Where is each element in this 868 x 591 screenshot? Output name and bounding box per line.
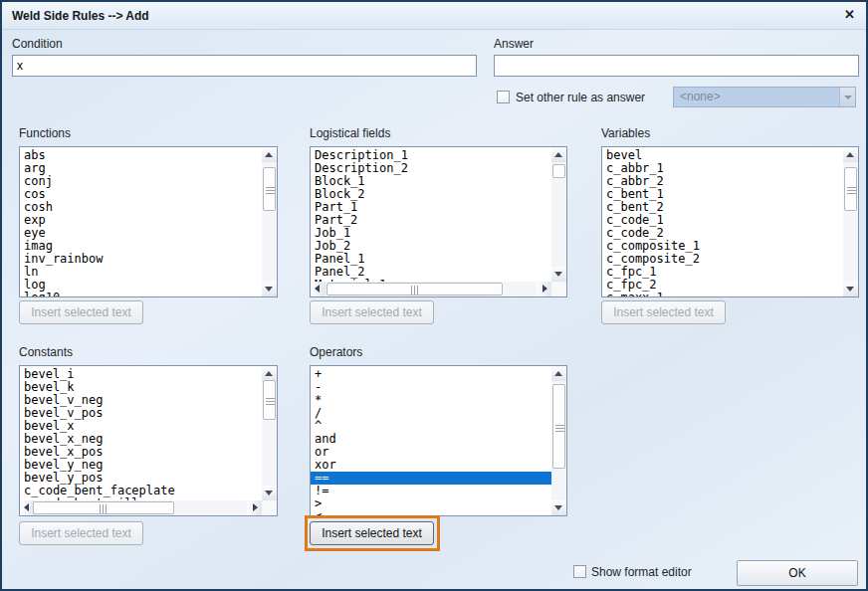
- list-item[interactable]: -: [315, 381, 551, 394]
- scroll-left-icon: [24, 503, 29, 511]
- scroll-down-button[interactable]: [843, 282, 858, 296]
- variables-listbox: bevelc_abbr_1c_abbr_2c_bent_1c_bent_2c_c…: [601, 146, 859, 297]
- thumb-grip-icon: [266, 185, 275, 194]
- answer-input[interactable]: [494, 55, 859, 77]
- dropdown-arrow-button[interactable]: [839, 88, 855, 106]
- constants-list[interactable]: bevel_ibevel_kbevel_v_negbevel_v_posbeve…: [20, 366, 262, 500]
- list-item[interactable]: cos: [24, 188, 262, 201]
- set-other-rule-checkbox[interactable]: [497, 91, 510, 103]
- operators-listbox: +-*/^andorxor==!=><: [310, 365, 567, 516]
- functions-list[interactable]: absargconjcoscoshexpeyeimaginv_rainbowln…: [20, 147, 262, 296]
- scroll-left-icon: [315, 285, 320, 293]
- variables-list[interactable]: bevelc_abbr_1c_abbr_2c_bent_1c_bent_2c_c…: [602, 147, 843, 296]
- variables-insert-button[interactable]: Insert selected text: [601, 300, 726, 324]
- operators-vertical-scrollbar[interactable]: [551, 366, 566, 515]
- thumb-grip-icon: [100, 504, 108, 513]
- logistical-fields-list[interactable]: Description_1Description_2Block_1Block_2…: [311, 147, 551, 282]
- show-format-editor-label: Show format editor: [591, 565, 692, 579]
- list-item[interactable]: *: [315, 394, 551, 407]
- chevron-down-icon: [844, 96, 852, 99]
- scrollbar-thumb[interactable]: [33, 501, 174, 514]
- close-icon[interactable]: ✕: [844, 2, 855, 30]
- list-item[interactable]: c_maxx_1: [606, 292, 843, 296]
- list-item[interactable]: abs: [24, 149, 262, 162]
- scroll-down-icon: [554, 505, 562, 510]
- list-item[interactable]: inv_rainbow: [24, 253, 262, 266]
- logistical-fields-label: Logistical fields: [310, 126, 390, 140]
- functions-listbox: absargconjcoscoshexpeyeimaginv_rainbowln…: [19, 146, 278, 297]
- operators-label: Operators: [310, 345, 362, 359]
- list-item[interactable]: conj: [24, 175, 262, 188]
- scroll-down-button[interactable]: [551, 500, 566, 515]
- operators-list[interactable]: +-*/^andorxor==!=><: [311, 366, 551, 515]
- other-rule-dropdown-value: <none>: [680, 90, 721, 103]
- scrollbar-thumb[interactable]: [263, 380, 276, 420]
- list-item[interactable]: eye: [24, 227, 262, 240]
- ok-button[interactable]: OK: [737, 560, 858, 586]
- scroll-right-icon: [253, 503, 258, 511]
- scroll-up-button[interactable]: [262, 147, 277, 162]
- scroll-down-button[interactable]: [551, 267, 566, 282]
- scroll-up-button[interactable]: [551, 147, 566, 162]
- other-rule-dropdown[interactable]: <none>: [673, 87, 856, 107]
- constants-listbox: bevel_ibevel_kbevel_v_negbevel_v_posbeve…: [19, 365, 278, 516]
- condition-input[interactable]: x: [12, 55, 477, 77]
- scroll-down-icon: [846, 287, 854, 292]
- constants-vertical-scrollbar[interactable]: [262, 366, 277, 500]
- scroll-left-button[interactable]: [311, 282, 326, 296]
- list-item[interactable]: or: [315, 446, 551, 459]
- list-item[interactable]: /: [315, 407, 551, 420]
- scroll-up-icon: [554, 371, 562, 376]
- scrollbar-thumb[interactable]: [552, 164, 565, 178]
- title-bar: Weld Side Rules --> Add ✕: [2, 2, 866, 30]
- scroll-right-button[interactable]: [537, 282, 551, 296]
- logistical-insert-button[interactable]: Insert selected text: [310, 300, 434, 324]
- logistical-horizontal-scrollbar[interactable]: [311, 282, 551, 296]
- scrollbar-corner: [551, 282, 566, 296]
- thumb-grip-icon: [555, 423, 564, 432]
- functions-insert-button[interactable]: Insert selected text: [19, 300, 143, 324]
- list-item[interactable]: cosh: [24, 201, 262, 214]
- scroll-right-icon: [542, 285, 547, 293]
- list-item[interactable]: log10: [24, 292, 262, 296]
- list-item[interactable]: >: [315, 497, 551, 510]
- logistical-vertical-scrollbar[interactable]: [551, 147, 566, 282]
- scrollbar-corner: [262, 500, 277, 515]
- variables-vertical-scrollbar[interactable]: [843, 147, 858, 296]
- list-item[interactable]: ==: [311, 472, 551, 485]
- show-format-editor-checkbox[interactable]: [573, 565, 586, 578]
- list-item[interactable]: ln: [24, 266, 262, 279]
- list-item[interactable]: xor: [315, 459, 551, 472]
- window-title: Weld Side Rules --> Add: [12, 2, 149, 30]
- list-item[interactable]: ^: [315, 420, 551, 433]
- scroll-right-button[interactable]: [247, 500, 262, 515]
- thumb-grip-icon: [847, 185, 856, 194]
- constants-insert-button[interactable]: Insert selected text: [19, 521, 143, 545]
- scroll-up-button[interactable]: [262, 366, 277, 381]
- scroll-up-icon: [846, 152, 854, 157]
- scroll-up-button[interactable]: [551, 366, 566, 381]
- scroll-down-icon: [554, 272, 562, 277]
- answer-label: Answer: [494, 37, 534, 51]
- scrollbar-thumb[interactable]: [263, 167, 276, 211]
- scroll-up-button[interactable]: [843, 147, 858, 162]
- scroll-down-button[interactable]: [262, 282, 277, 296]
- set-other-rule-label: Set other rule as answer: [516, 91, 645, 104]
- scroll-up-icon: [265, 152, 273, 157]
- operators-insert-button[interactable]: Insert selected text: [310, 521, 434, 545]
- scrollbar-thumb[interactable]: [552, 384, 565, 469]
- list-item[interactable]: arg: [24, 162, 262, 175]
- list-item[interactable]: exp: [24, 214, 262, 227]
- scrollbar-thumb[interactable]: [844, 167, 857, 211]
- scrollbar-thumb[interactable]: [326, 283, 503, 296]
- list-item[interactable]: !=: [315, 485, 551, 497]
- list-item[interactable]: and: [315, 433, 551, 446]
- condition-label: Condition: [12, 37, 63, 51]
- functions-vertical-scrollbar[interactable]: [262, 147, 277, 296]
- list-item[interactable]: +: [315, 368, 551, 381]
- functions-label: Functions: [19, 126, 71, 140]
- scroll-down-icon: [265, 491, 273, 495]
- scroll-down-button[interactable]: [262, 486, 277, 500]
- constants-horizontal-scrollbar[interactable]: [20, 500, 262, 515]
- logistical-fields-listbox: Description_1Description_2Block_1Block_2…: [310, 146, 567, 297]
